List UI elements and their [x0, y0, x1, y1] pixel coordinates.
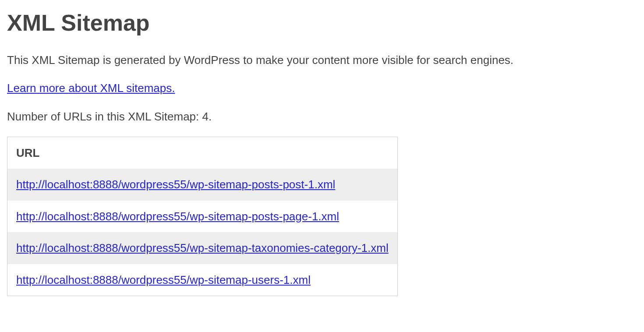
page-title: XML Sitemap: [7, 7, 637, 39]
sitemap-url-link[interactable]: http://localhost:8888/wordpress55/wp-sit…: [16, 273, 311, 286]
table-header-url: URL: [7, 137, 398, 169]
sitemap-url-link[interactable]: http://localhost:8888/wordpress55/wp-sit…: [16, 178, 335, 191]
sitemap-url-link[interactable]: http://localhost:8888/wordpress55/wp-sit…: [16, 210, 339, 223]
table-row: http://localhost:8888/wordpress55/wp-sit…: [7, 201, 398, 232]
sitemap-table: URL http://localhost:8888/wordpress55/wp…: [7, 137, 398, 296]
table-row: http://localhost:8888/wordpress55/wp-sit…: [7, 264, 398, 296]
table-row: http://localhost:8888/wordpress55/wp-sit…: [7, 232, 398, 264]
sitemap-description: This XML Sitemap is generated by WordPre…: [7, 52, 637, 68]
url-count-text: Number of URLs in this XML Sitemap: 4.: [7, 109, 637, 124]
sitemap-url-link[interactable]: http://localhost:8888/wordpress55/wp-sit…: [16, 241, 389, 254]
learn-more-link[interactable]: Learn more about XML sitemaps.: [7, 81, 175, 95]
table-row: http://localhost:8888/wordpress55/wp-sit…: [7, 169, 398, 200]
